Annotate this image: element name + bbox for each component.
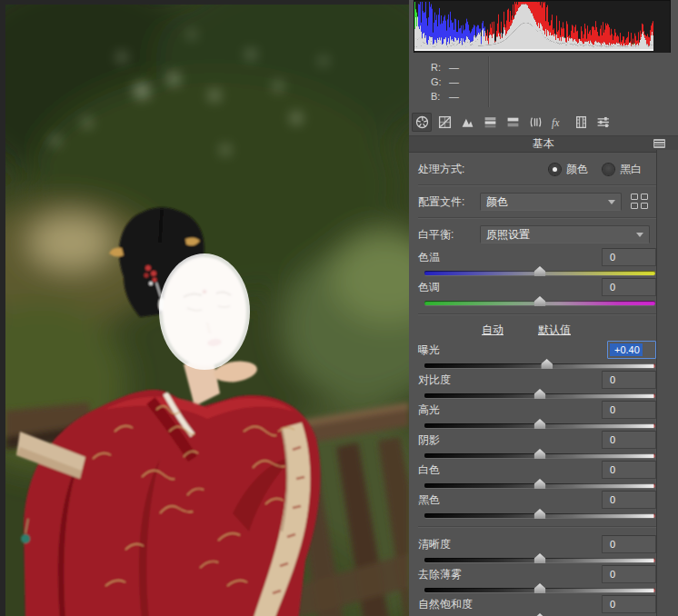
tab-hsl-grayscale[interactable] [480, 113, 500, 132]
tone-curve-icon [438, 115, 452, 129]
whites-slider-thumb[interactable] [534, 479, 546, 489]
exposure-slider-thumb[interactable] [541, 359, 553, 369]
separator [418, 184, 656, 186]
auto-default-links: 自动 默认值 [409, 321, 645, 340]
clarity-value-field[interactable]: 0 [602, 535, 656, 553]
face-privacy-oval [159, 253, 250, 370]
tab-basic[interactable] [412, 113, 432, 132]
chevron-down-icon [636, 233, 643, 237]
slider-highlights: 高光 0 [418, 400, 656, 428]
temp-slider-thumb[interactable] [534, 266, 546, 276]
contrast-value-field[interactable]: 0 [602, 371, 656, 389]
dehaze-slider-thumb[interactable] [534, 583, 546, 593]
whites-slider-track[interactable] [424, 483, 655, 488]
slider-whites: 白色 0 [418, 460, 656, 488]
slider-contrast: 对比度 0 [418, 370, 656, 398]
whites-label: 白色 [418, 462, 440, 478]
slider-temp: 色温 0 [418, 247, 656, 275]
exposure-label: 曝光 [418, 343, 440, 358]
histogram-canvas[interactable] [414, 1, 653, 51]
treatment-options: 颜色 黑白 [549, 162, 642, 177]
r-value: — [449, 60, 460, 75]
shadows-slider-thumb[interactable] [534, 449, 546, 459]
slider-shadows: 阴影 0 [418, 430, 656, 458]
b-value: — [449, 89, 460, 104]
treatment-label: 处理方式: [418, 162, 464, 177]
highlights-value-field[interactable]: 0 [602, 401, 656, 419]
shadows-label: 阴影 [418, 432, 440, 448]
exposure-value-field[interactable]: +0.40 [607, 341, 656, 359]
svg-text:fx: fx [552, 117, 560, 129]
rgb-row-g: G: — [431, 75, 489, 89]
exposure-slider-track[interactable] [424, 363, 655, 368]
profile-value: 颜色 [486, 194, 508, 210]
separator [418, 526, 656, 528]
profile-label: 配置文件: [418, 194, 480, 210]
tab-detail[interactable] [457, 113, 477, 132]
whites-value-field[interactable]: 0 [602, 461, 656, 479]
rgb-row-b: B: — [431, 89, 489, 104]
tab-lens-corrections[interactable] [525, 113, 545, 132]
tab-tone-curve[interactable] [434, 113, 454, 132]
temp-slider-track[interactable] [424, 271, 655, 275]
default-link[interactable]: 默认值 [538, 323, 571, 338]
contrast-slider-track[interactable] [424, 393, 655, 398]
treatment-bw-option[interactable]: 黑白 [603, 162, 642, 177]
profile-row: 配置文件: 颜色 [418, 189, 656, 214]
tint-slider-thumb[interactable] [534, 296, 546, 306]
contrast-slider-thumb[interactable] [534, 389, 546, 399]
highlights-slider-track[interactable] [424, 423, 655, 428]
rgb-row-r: R: — [431, 60, 489, 75]
tab-split-toning[interactable] [503, 113, 523, 132]
camera-raw-panel: R: — G: — B: — [409, 0, 678, 616]
radio-bw-icon[interactable] [603, 164, 614, 175]
white-balance-label: 白平衡: [418, 227, 480, 243]
blacks-slider-track[interactable] [424, 513, 655, 518]
tint-slider-track[interactable] [424, 301, 655, 305]
histogram[interactable] [414, 0, 671, 53]
basic-panel-content: 处理方式: 颜色 黑白 配置文件: 颜色 白平衡 [409, 157, 678, 616]
calibration-film-icon [574, 115, 588, 129]
auto-link[interactable]: 自动 [482, 323, 504, 338]
b-label: B: [431, 89, 449, 104]
shadows-value-field[interactable]: 0 [602, 431, 656, 449]
tab-camera-calibration[interactable] [571, 113, 591, 132]
dehaze-label: 去除薄雾 [418, 567, 462, 582]
temp-value-field[interactable]: 0 [602, 248, 656, 266]
clarity-slider-thumb[interactable] [534, 553, 546, 563]
highlights-slider-thumb[interactable] [534, 419, 546, 429]
blacks-value-field[interactable]: 0 [602, 491, 656, 509]
white-balance-row: 白平衡: 原照设置 [418, 222, 656, 247]
radio-color-icon[interactable] [549, 164, 561, 175]
vibrance-value-field[interactable]: 0 [602, 595, 656, 613]
lens-icon [529, 115, 543, 129]
treatment-row: 处理方式: 颜色 黑白 [418, 157, 656, 182]
scrollbar-gutter[interactable] [656, 150, 678, 616]
tint-value-field[interactable]: 0 [602, 278, 656, 296]
profile-browser-grid-icon[interactable] [631, 194, 649, 210]
blacks-slider-thumb[interactable] [534, 509, 546, 519]
tab-effects[interactable]: fx [548, 113, 568, 132]
panel-menu-icon[interactable] [653, 139, 665, 148]
treatment-bw-label: 黑白 [620, 162, 642, 177]
presets-sliders-icon [596, 115, 611, 129]
slider-blacks: 黑色 0 [418, 490, 656, 518]
rgb-readout: R: — G: — B: — [409, 53, 678, 109]
profile-dropdown[interactable]: 颜色 [480, 193, 622, 211]
tab-presets[interactable] [593, 113, 613, 132]
dehaze-value-field[interactable]: 0 [602, 565, 656, 583]
treatment-color-option[interactable]: 颜色 [549, 162, 588, 177]
separator [418, 313, 656, 315]
r-label: R: [431, 60, 449, 75]
contrast-label: 对比度 [418, 373, 451, 388]
chevron-down-icon [608, 200, 615, 204]
g-label: G: [431, 75, 449, 89]
shadows-slider-track[interactable] [424, 453, 655, 458]
clarity-slider-track[interactable] [424, 558, 655, 562]
dehaze-slider-track[interactable] [424, 588, 655, 592]
highlights-label: 高光 [418, 402, 440, 418]
white-balance-dropdown[interactable]: 原照设置 [480, 225, 650, 243]
treatment-color-label: 颜色 [566, 162, 588, 177]
slider-exposure: 曝光 +0.40 [418, 340, 656, 368]
photo-preview [0, 0, 409, 616]
